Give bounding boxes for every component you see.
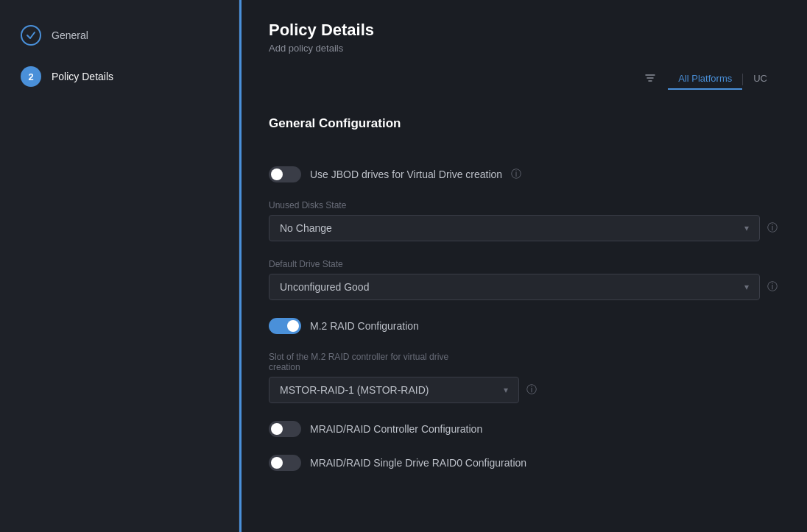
sidebar-item-general[interactable]: General	[0, 18, 239, 53]
default-drive-state-dropdown[interactable]: Unconfigured Good ▾	[269, 274, 760, 300]
mraid-controller-slider	[269, 421, 301, 437]
unused-disks-state-field: Unused Disks State No Change ▾ ⓘ	[269, 200, 778, 241]
use-jbod-toggle[interactable]	[269, 166, 301, 182]
m2-slot-chevron-icon: ▾	[504, 385, 508, 395]
use-jbod-label: Use JBOD drives for Virtual Drive creati…	[310, 169, 502, 180]
sidebar-item-label-general: General	[52, 29, 88, 41]
default-drive-chevron-icon: ▾	[744, 282, 749, 292]
unused-disks-state-dropdown[interactable]: No Change ▾	[269, 215, 760, 241]
unused-disks-state-label: Unused Disks State	[269, 200, 778, 210]
mraid-single-drive-slider	[269, 455, 301, 471]
m2-raid-slider	[269, 318, 301, 334]
mraid-controller-row: MRAID/RAID Controller Configuration	[269, 421, 778, 437]
default-drive-state-field: Default Drive State Unconfigured Good ▾ …	[269, 259, 778, 300]
mraid-single-drive-row: MRAID/RAID Single Drive RAID0 Configurat…	[269, 455, 778, 471]
m2-raid-toggle[interactable]	[269, 318, 301, 334]
page-subtitle: Add policy details	[269, 43, 778, 54]
unused-disks-info-icon[interactable]: ⓘ	[767, 221, 778, 235]
filter-tabs: All Platforms UC	[668, 68, 778, 90]
m2-slot-field: Slot of the M.2 RAID controller for virt…	[269, 352, 778, 403]
tab-uc[interactable]: UC	[743, 68, 778, 90]
sidebar: General 2 Policy Details	[0, 0, 239, 532]
tab-all-platforms[interactable]: All Platforms	[668, 68, 742, 90]
unused-disks-dropdown-row: No Change ▾ ⓘ	[269, 215, 778, 241]
sidebar-item-policy-details[interactable]: 2 Policy Details	[0, 59, 239, 94]
m2-slot-info-icon[interactable]: ⓘ	[526, 383, 537, 397]
general-config-heading: General Configuration	[269, 116, 778, 131]
m2-raid-label: M.2 RAID Configuration	[310, 320, 419, 332]
unused-disks-state-value: No Change	[280, 222, 332, 234]
general-configuration-section: General Configuration Use JBOD drives fo…	[269, 116, 778, 471]
filter-icon[interactable]	[644, 72, 656, 87]
m2-slot-label: Slot of the M.2 RAID controller for virt…	[269, 352, 778, 372]
unused-disks-chevron-icon: ▾	[744, 223, 749, 233]
main-content: Policy Details Add policy details All Pl…	[239, 0, 807, 532]
default-drive-state-dropdown-row: Unconfigured Good ▾ ⓘ	[269, 274, 778, 300]
m2-slot-value: MSTOR-RAID-1 (MSTOR-RAID)	[280, 384, 429, 396]
use-jbod-slider	[269, 166, 301, 182]
m2-slot-dropdown[interactable]: MSTOR-RAID-1 (MSTOR-RAID) ▾	[269, 377, 519, 403]
default-drive-state-label: Default Drive State	[269, 259, 778, 269]
default-drive-state-value: Unconfigured Good	[280, 281, 369, 293]
content-area: Policy Details Add policy details All Pl…	[239, 0, 807, 532]
mraid-single-drive-label: MRAID/RAID Single Drive RAID0 Configurat…	[310, 457, 526, 469]
step-icon-policy-details: 2	[21, 66, 41, 87]
use-jbod-row: Use JBOD drives for Virtual Drive creati…	[269, 166, 778, 182]
m2-slot-dropdown-row: MSTOR-RAID-1 (MSTOR-RAID) ▾ ⓘ	[269, 377, 778, 403]
mraid-controller-label: MRAID/RAID Controller Configuration	[310, 423, 482, 435]
page-title: Policy Details	[269, 21, 778, 40]
m2-raid-toggle-row: M.2 RAID Configuration	[269, 318, 778, 334]
sidebar-item-label-policy-details: Policy Details	[52, 71, 113, 82]
mraid-single-drive-toggle[interactable]	[269, 455, 301, 471]
use-jbod-info-icon[interactable]: ⓘ	[511, 168, 521, 181]
default-drive-info-icon[interactable]: ⓘ	[767, 280, 778, 294]
step-icon-general	[21, 25, 41, 46]
mraid-controller-toggle[interactable]	[269, 421, 301, 437]
page-header: Policy Details Add policy details	[269, 21, 778, 54]
filter-bar: All Platforms UC	[269, 68, 778, 96]
